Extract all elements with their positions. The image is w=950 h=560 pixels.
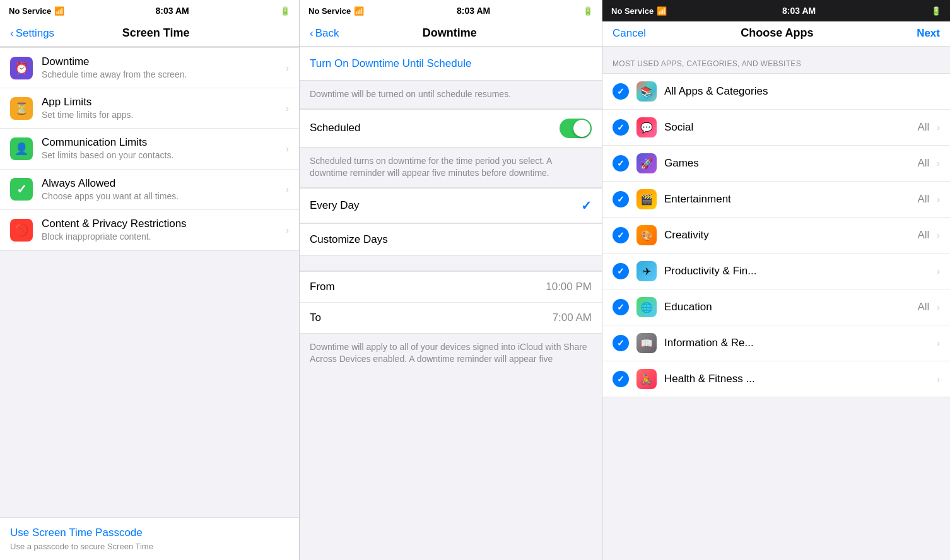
app-item-creativity[interactable]: ✓ 🎨 Creativity All › (602, 218, 950, 254)
chevron-health: › (937, 374, 940, 384)
chevron-education: › (937, 302, 940, 312)
always-allowed-icon: ✓ (10, 178, 33, 201)
cancel-label[interactable]: Cancel (613, 27, 646, 40)
check-productivity: ✓ (613, 263, 629, 279)
sidebar-item-comm-limits[interactable]: 👤 Communication Limits Set limits based … (0, 129, 299, 169)
all-apps-label: All Apps & Categories (664, 85, 940, 98)
creativity-label: Creativity (664, 229, 917, 242)
downtime-icon-glyph: ⏰ (15, 61, 28, 75)
productivity-icon: ✈ (636, 261, 657, 281)
check-information: ✓ (613, 335, 629, 351)
turn-on-downtime-button[interactable]: Turn On Downtime Until Schedule (310, 57, 592, 70)
app-item-games[interactable]: ✓ 🚀 Games All › (602, 146, 950, 182)
to-value: 7:00 AM (553, 312, 592, 324)
check-entertainment: ✓ (613, 191, 629, 207)
check-health: ✓ (613, 371, 629, 387)
scheduled-toggle[interactable] (560, 119, 592, 138)
social-label: Social (664, 121, 917, 134)
games-icon: 🚀 (636, 153, 657, 173)
app-item-entertainment[interactable]: ✓ 🎬 Entertainment All › (602, 182, 950, 218)
nav-bar-3: Cancel Choose Apps Next (602, 21, 950, 47)
time-display-2: 8:03 AM (457, 6, 490, 16)
status-bar-1: No Service 📶 8:03 AM 🔋 (0, 0, 299, 21)
every-day-label: Every Day (310, 199, 359, 212)
time-display-1: 8:03 AM (156, 6, 189, 16)
check-games: ✓ (613, 155, 629, 172)
chevron-games: › (937, 158, 940, 168)
cancel-choose-apps[interactable]: Cancel (613, 27, 646, 40)
downtime-subtitle: Schedule time away from the screen. (42, 69, 281, 80)
comm-limits-icon: 👤 (10, 137, 33, 160)
chevron-right-icon: › (286, 225, 289, 235)
app-item-all-apps[interactable]: ✓ 📚 All Apps & Categories (602, 74, 950, 110)
education-glyph: 🌐 (640, 301, 653, 313)
productivity-glyph: ✈ (643, 265, 651, 277)
always-allowed-icon-glyph: ✓ (16, 182, 27, 197)
to-row[interactable]: To 7:00 AM (300, 303, 602, 333)
education-detail: All (917, 301, 929, 313)
games-label: Games (664, 157, 917, 170)
use-screen-time-passcode-link[interactable]: Use Screen Time Passcode (10, 527, 289, 539)
sidebar-item-always-allowed[interactable]: ✓ Always Allowed Choose apps you want at… (0, 170, 299, 210)
content-privacy-icon: 🚫 (10, 219, 33, 242)
creativity-icon: 🎨 (636, 225, 657, 245)
sidebar-item-content-privacy[interactable]: 🚫 Content & Privacy Restrictions Block i… (0, 210, 299, 250)
comm-limits-title: Communication Limits (42, 136, 281, 149)
sidebar-item-app-limits[interactable]: ⏳ App Limits Set time limits for apps. › (0, 88, 299, 129)
health-icon: 🚴 (636, 369, 657, 389)
information-label: Information & Re... (664, 337, 932, 349)
no-service-label-3: No Service (611, 6, 654, 16)
from-row[interactable]: From 10:00 PM (300, 272, 602, 303)
chevron-social: › (937, 122, 940, 132)
no-service-label-2: No Service (308, 6, 351, 16)
apps-section-header: MOST USED APPS, CATEGORIES, AND WEBSITES (602, 47, 950, 73)
nav-bar-1: ‹ Settings Screen Time (0, 21, 299, 47)
battery-icon-2: 🔋 (583, 6, 593, 16)
wifi-icon: 📶 (54, 6, 64, 16)
back-from-downtime[interactable]: ‹ Back (310, 27, 339, 40)
sidebar-item-downtime[interactable]: ⏰ Downtime Schedule time away from the s… (0, 48, 299, 88)
all-apps-icon: 📚 (636, 81, 657, 102)
from-label: From (310, 281, 335, 293)
settings-list: ⏰ Downtime Schedule time away from the s… (0, 47, 299, 251)
status-bar-2: No Service 📶 8:03 AM 🔋 (300, 0, 602, 21)
health-glyph: 🚴 (640, 373, 653, 385)
every-day-option[interactable]: Every Day ✓ (300, 188, 602, 223)
all-apps-glyph: 📚 (640, 86, 653, 98)
customize-days-option[interactable]: Customize Days (300, 223, 602, 256)
scheduled-toggle-row: Scheduled (300, 109, 602, 148)
battery-icon-3: 🔋 (931, 6, 941, 16)
customize-days-label: Customize Days (310, 233, 388, 246)
health-label: Health & Fitness ... (664, 373, 932, 385)
screen-time-title: Screen Time (122, 26, 190, 40)
app-item-productivity[interactable]: ✓ ✈ Productivity & Fin... › (602, 254, 950, 289)
information-glyph: 📖 (640, 337, 653, 349)
back-label-2[interactable]: Back (315, 27, 339, 40)
app-item-social[interactable]: ✓ 💬 Social All › (602, 110, 950, 146)
content-privacy-subtitle: Block inappropriate content. (42, 231, 281, 242)
entertainment-detail: All (917, 193, 929, 206)
back-to-settings[interactable]: ‹ Settings (10, 27, 54, 40)
app-item-health[interactable]: ✓ 🚴 Health & Fitness ... › (602, 361, 950, 397)
entertainment-icon: 🎬 (636, 189, 657, 209)
information-icon: 📖 (636, 333, 657, 353)
creativity-detail: All (917, 229, 929, 242)
apps-list: ✓ 📚 All Apps & Categories ✓ 💬 Social All… (602, 73, 950, 397)
from-value: 10:00 PM (546, 281, 592, 293)
app-item-information[interactable]: ✓ 📖 Information & Re... › (602, 325, 950, 361)
choose-apps-panel: No Service 📶 8:03 AM 🔋 Cancel Choose App… (602, 0, 950, 560)
check-all-apps: ✓ (613, 83, 629, 100)
comm-limits-icon-glyph: 👤 (15, 142, 28, 156)
chevron-right-icon: › (286, 184, 289, 194)
scheduled-label: Scheduled (310, 122, 360, 134)
games-detail: All (917, 157, 929, 170)
app-limits-title: App Limits (42, 96, 281, 108)
content-privacy-title: Content & Privacy Restrictions (42, 218, 281, 230)
next-button[interactable]: Next (908, 27, 940, 40)
passcode-subtitle: Use a passcode to secure Screen Time (10, 542, 289, 551)
chevron-left-icon-2: ‹ (310, 27, 314, 40)
turn-on-info-text: Downtime will be turned on until schedul… (300, 81, 602, 109)
app-item-education[interactable]: ✓ 🌐 Education All › (602, 289, 950, 325)
entertainment-label: Entertainment (664, 193, 917, 206)
back-label[interactable]: Settings (16, 27, 54, 40)
